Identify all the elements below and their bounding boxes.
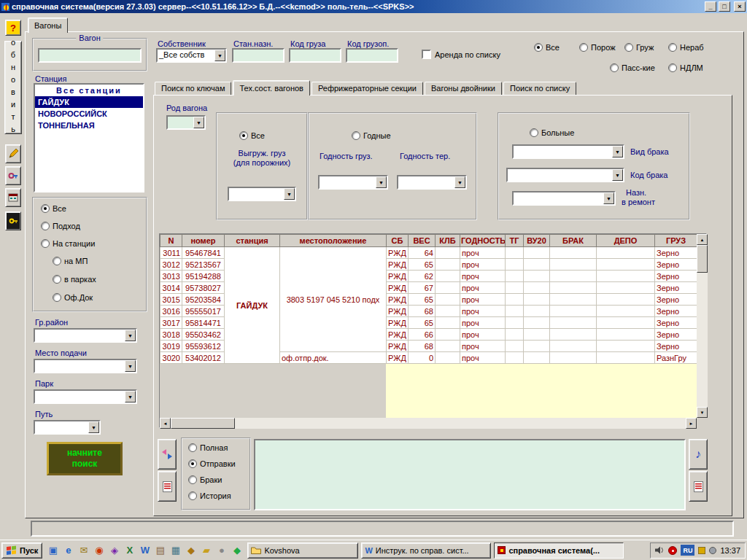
ie-icon[interactable]: e [61,543,76,558]
fit-cargo-combobox[interactable]: ▼ [318,175,388,190]
col-header-brak[interactable]: БРАК [550,235,597,247]
tab-poisk-po-spisku[interactable]: Поиск по списку [503,82,576,95]
station-list-item[interactable]: НОВОРОССИЙСК [35,108,143,120]
start-button[interactable]: Пуск [1,542,42,559]
track-combobox[interactable]: ▼ [34,420,101,435]
minimize-button[interactable]: _ [705,1,716,12]
radio-scope-of-dok[interactable]: Оф.Док [53,293,93,302]
edit-button[interactable] [5,144,21,163]
supply-place-combobox[interactable]: ▼ [34,359,137,373]
radio-scope-podhod[interactable]: Подход [41,222,80,230]
col-header-gruz[interactable]: ГРУЗ [655,235,697,247]
dropdown-icon[interactable]: ▼ [603,192,614,204]
horizontal-scroll-thumb[interactable] [171,418,235,429]
consignee-code-input[interactable] [346,48,398,63]
vertical-scroll-thumb[interactable] [697,245,708,273]
wagon-type-combobox[interactable]: ▼ [166,115,206,130]
radio-state-passkie[interactable]: Пасс-кие [610,63,655,72]
col-header-mestopolozhenie[interactable]: местоположение [280,235,387,247]
unload-cargo-combobox[interactable]: ▼ [228,187,296,201]
help-button[interactable]: ? [5,20,21,36]
msn-icon[interactable]: ◉ [91,543,107,558]
paint-icon[interactable]: ◆ [183,543,198,558]
col-header-sb[interactable]: СБ [387,235,409,247]
cargo-code-input[interactable] [289,48,341,63]
tab-vagony[interactable]: Вагоны [28,18,68,33]
report-button-right[interactable] [689,471,708,502]
radio-scope-na-mp[interactable]: на МП [53,257,88,265]
dropdown-icon[interactable]: ▼ [88,421,99,433]
tab-teh-sost-vagonov[interactable]: Тех.сост. вагонов [233,80,309,96]
task-button-instrukcia[interactable]: W Инструк. по справ. сист... [361,542,491,559]
transfer-button[interactable] [158,439,177,470]
scroll-up-button[interactable]: ▲ [697,234,708,245]
radio-state-all[interactable]: Все [534,43,560,52]
table-row[interactable]: 301195467841ГАЙДУК3803 5197 045 5210 под… [160,247,697,259]
wagon-number-input[interactable] [38,48,142,63]
grid-app-icon[interactable]: ▦ [168,543,183,558]
repair-combobox[interactable]: ▼ [512,191,616,206]
dropdown-icon[interactable]: ▼ [125,360,136,372]
radio-scope-na-stancii[interactable]: На станции [41,239,95,248]
tab-refrizheratornye-sekcii[interactable]: Рефрижераторные секции [311,82,423,95]
maximize-button[interactable]: □ [719,1,730,12]
station-list-item[interactable]: Все станции [35,85,143,96]
tab-vagony-dvoyniki[interactable]: Вагоны двойники [425,82,502,95]
clock-icon[interactable]: ● [214,543,229,558]
col-header-ves[interactable]: ВЕС [409,235,436,247]
station-listbox[interactable]: Все станции ГАЙДУК НОВОРОССИЙСК ТОННЕЛЬН… [34,83,144,192]
start-search-button[interactable]: начните поиск [47,442,123,475]
tab-poisk-po-klyucham[interactable]: Поиск по ключам [155,82,231,95]
dropdown-icon[interactable]: ▼ [376,176,387,188]
catalog-button[interactable] [5,188,21,207]
col-header-tg[interactable]: ТГ [506,235,524,247]
radio-mode-polnaya[interactable]: Полная [188,443,228,452]
tray-icon-gray[interactable] [709,547,716,554]
green-app-icon[interactable]: ◆ [229,543,244,558]
radio-state-nerab[interactable]: Нераб [668,43,704,52]
defect-kind-combobox[interactable]: ▼ [512,144,624,159]
owner-combobox[interactable]: _Все собств ▼ [156,48,227,63]
dest-station-input[interactable] [232,48,285,63]
dropdown-icon[interactable]: ▼ [454,176,465,188]
sound-button[interactable]: ♪ [689,439,708,470]
scroll-down-button[interactable]: ▼ [697,407,708,418]
dropdown-icon[interactable]: ▼ [284,188,295,200]
task-button-spravochnaya[interactable]: справочная система(... [494,542,624,559]
title-bar[interactable]: справочная система(версия 27.3.03) серве… [0,0,747,13]
scroll-left-button[interactable]: ◄ [160,418,171,429]
dropdown-icon[interactable]: ▼ [193,117,204,128]
media-player-icon[interactable]: ◈ [107,543,122,558]
close-button[interactable]: × [734,1,746,12]
notes-icon[interactable]: ▤ [152,543,168,558]
station-list-item[interactable]: ГАЙДУК [35,96,143,108]
col-header-stancia[interactable]: станция [225,235,280,247]
tray-icon-gold[interactable] [698,547,705,554]
radio-criteria-godnye[interactable]: Годные [352,131,391,140]
district-combobox[interactable]: ▼ [34,328,137,343]
scroll-right-button[interactable]: ► [686,418,697,429]
radio-mode-otpravki[interactable]: Отправки [188,459,236,468]
col-header-nomer[interactable]: номер [182,235,225,247]
vertical-scrollbar[interactable]: ▲ ▼ [697,234,708,418]
park-combobox[interactable]: ▼ [34,389,137,404]
radio-state-porozh[interactable]: Порож [579,43,616,52]
show-desktop-icon[interactable]: ▣ [45,543,61,558]
fit-ter-combobox[interactable]: ▼ [397,175,467,190]
language-indicator[interactable]: RU [681,545,694,556]
lease-checkbox[interactable] [422,50,431,59]
dropdown-icon[interactable]: ▼ [214,50,225,61]
col-header-klb[interactable]: КЛБ [436,235,460,247]
defect-code-combobox[interactable]: ▼ [506,168,624,182]
excel-icon[interactable]: X [122,543,137,558]
output-textarea[interactable] [254,439,686,510]
dropdown-icon[interactable]: ▼ [612,146,623,158]
task-button-kovshova[interactable]: Kovshova [247,542,358,559]
station-list-item[interactable]: ТОННЕЛЬНАЯ [35,120,143,131]
radio-state-ndlm[interactable]: НДЛМ [668,63,703,72]
col-header-vu20[interactable]: ВУ20 [524,235,550,247]
radio-state-gruzh[interactable]: Груж [624,43,654,52]
antivirus-icon[interactable] [668,546,677,555]
access-button[interactable] [5,166,21,185]
folder-icon[interactable]: ▰ [198,543,214,558]
